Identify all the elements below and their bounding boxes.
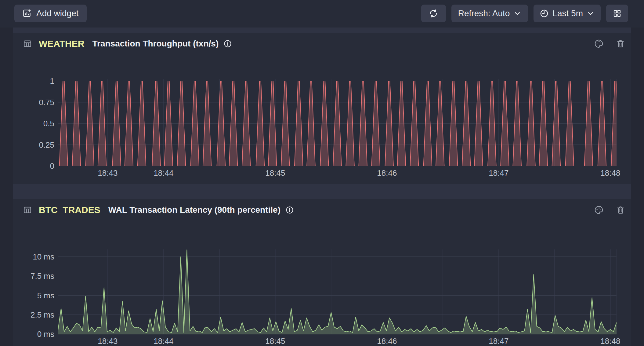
x-axis-tick-label: 18:46 <box>361 168 413 178</box>
y-axis-tick-label: 1 <box>13 76 54 86</box>
info-icon[interactable] <box>285 206 294 214</box>
add-widget-button[interactable]: Add widget <box>14 5 87 22</box>
refresh-mode-label: Refresh: Auto <box>458 9 510 18</box>
clock-icon <box>540 9 549 18</box>
y-axis-tick-label: 0 ms <box>13 329 54 339</box>
chart-area-weather: 00.250.50.75118:4318:4418:4518:4618:4718… <box>13 53 631 184</box>
x-axis-tick-label: 18:47 <box>473 336 525 346</box>
refresh-mode-dropdown[interactable]: Refresh: Auto <box>451 5 528 22</box>
y-axis-tick-label: 7.5 ms <box>13 271 54 281</box>
time-range-dropdown[interactable]: Last 5m <box>534 5 601 22</box>
layout-grid-button[interactable] <box>606 5 628 22</box>
row-gap <box>13 184 631 199</box>
x-axis-tick-label: 18:45 <box>249 336 301 346</box>
x-axis-tick-label: 18:44 <box>138 336 190 346</box>
y-axis-tick-label: 5 ms <box>13 291 54 300</box>
grid-layout-icon <box>613 9 622 18</box>
panel-title: WAL Transaction Latency (90th percentile… <box>108 205 280 215</box>
refresh-button[interactable] <box>421 5 446 22</box>
trash-icon[interactable] <box>616 39 625 48</box>
panel-header: BTC_TRADES WAL Transaction Latency (90th… <box>13 199 631 219</box>
y-axis-tick-label: 0 <box>13 161 54 171</box>
table-icon <box>23 205 32 215</box>
widget-panel-btc-trades: BTC_TRADES WAL Transaction Latency (90th… <box>13 199 631 346</box>
x-axis-tick-label: 18:44 <box>138 168 190 178</box>
x-axis-tick-label: 18:46 <box>361 336 413 346</box>
widget-panel-weather: WEATHER Transaction Throughput (txn/s) <box>13 33 631 184</box>
chart-plus-icon <box>22 9 31 18</box>
info-icon[interactable] <box>223 39 232 48</box>
metrics-dashboard: Add widget Refresh: Auto <box>0 0 644 346</box>
chart-area-btc-trades: 0 ms2.5 ms5 ms7.5 ms10 ms18:4318:4418:45… <box>13 219 631 346</box>
table-icon <box>23 39 32 48</box>
x-axis-tick-label: 18:48 <box>584 336 636 346</box>
palette-icon[interactable] <box>594 39 604 49</box>
chevron-down-icon <box>587 9 595 17</box>
palette-icon[interactable] <box>594 205 604 215</box>
row-gap <box>13 28 631 33</box>
panel-table-name: WEATHER <box>39 39 84 49</box>
toolbar-right-group: Refresh: Auto Last 5m <box>421 0 644 22</box>
y-axis-tick-label: 2.5 ms <box>13 310 54 320</box>
y-axis-tick-label: 0.25 <box>13 140 54 150</box>
trash-icon[interactable] <box>616 205 625 215</box>
time-range-label: Last 5m <box>552 9 583 18</box>
refresh-icon <box>429 9 438 18</box>
y-axis-tick-label: 0.75 <box>13 98 54 107</box>
x-axis-tick-label: 18:45 <box>249 168 301 178</box>
chevron-down-icon <box>513 9 521 17</box>
x-axis-tick-label: 18:48 <box>584 168 636 178</box>
chart-canvas[interactable] <box>58 79 617 166</box>
y-axis-tick-label: 0.5 <box>13 119 54 128</box>
toolbar: Add widget Refresh: Auto <box>0 0 644 28</box>
panel-title: Transaction Throughput (txn/s) <box>92 39 219 49</box>
y-axis-tick-label: 10 ms <box>13 252 54 262</box>
panel-header: WEATHER Transaction Throughput (txn/s) <box>13 33 631 53</box>
x-axis-tick-label: 18:43 <box>82 336 134 346</box>
series-area <box>58 81 617 166</box>
chart-canvas[interactable] <box>58 249 617 334</box>
x-axis-tick-label: 18:47 <box>473 168 525 178</box>
x-axis-tick-label: 18:43 <box>82 168 134 178</box>
panel-table-name: BTC_TRADES <box>39 205 100 215</box>
add-widget-label: Add widget <box>36 9 79 18</box>
